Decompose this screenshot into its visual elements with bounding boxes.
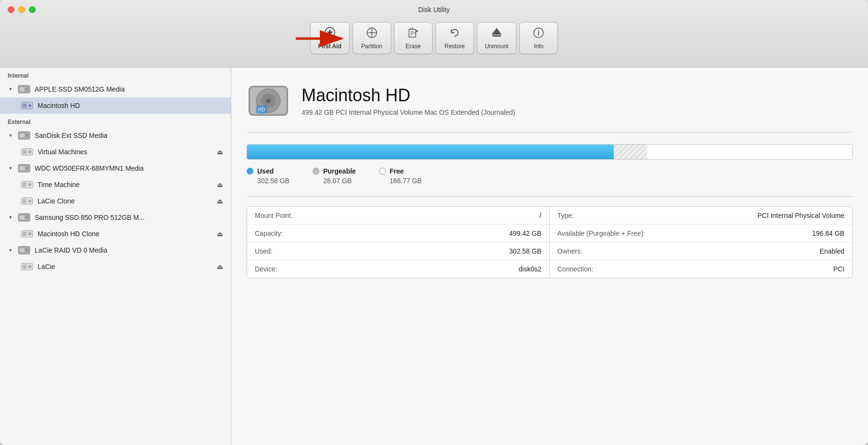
details-col-left: Mount Point: / Capacity: 499.42 GB Used:… xyxy=(247,207,550,278)
partition-button[interactable]: Partition xyxy=(353,22,391,54)
restore-button[interactable]: Restore xyxy=(435,22,474,54)
sidebar-item-apple-ssd[interactable]: APPLE SSD SM0512G Media xyxy=(0,81,231,97)
unmount-label: Unmount xyxy=(485,43,509,50)
info-button[interactable]: i Info xyxy=(519,22,558,54)
svg-point-42 xyxy=(26,249,28,252)
svg-point-21 xyxy=(26,134,28,137)
svg-point-18 xyxy=(28,104,31,107)
svg-rect-41 xyxy=(20,248,25,252)
free-label: Free xyxy=(390,167,404,175)
svg-point-36 xyxy=(26,216,28,219)
svg-rect-35 xyxy=(20,216,25,219)
eject-icon[interactable]: ⏏ xyxy=(217,263,223,270)
svg-point-50 xyxy=(266,98,271,103)
detail-row-capacity: Capacity: 499.42 GB xyxy=(247,225,549,243)
details-col-right: Type: PCI Internal Physical Volume Avail… xyxy=(550,207,852,278)
expand-icon xyxy=(8,247,13,253)
svg-point-33 xyxy=(28,200,31,202)
detail-row-available: Available (Purgeable + Free): 196.84 GB xyxy=(550,225,852,243)
sidebar-item-macintosh-hd[interactable]: Macintosh HD xyxy=(0,97,231,114)
sidebar-item-lacie-clone-vol[interactable]: LaCie Clone ⏏ xyxy=(0,193,231,209)
wdc-label: WDC WD50EFRX-68MYMN1 Media xyxy=(35,164,144,172)
external-section-header: External xyxy=(0,114,231,127)
owners-key: Owners: xyxy=(557,247,582,255)
sidebar-item-lacie-raid[interactable]: LaCie RAID VD 0 Media xyxy=(0,242,231,258)
maximize-button[interactable] xyxy=(29,6,36,13)
available-value: 196.84 GB xyxy=(812,229,844,237)
volume-icon xyxy=(20,100,34,111)
volume-description: 499.42 GB PCI Internal Physical Volume M… xyxy=(302,108,515,116)
svg-rect-29 xyxy=(23,183,26,187)
svg-rect-20 xyxy=(20,134,25,137)
first-aid-button[interactable]: First Aid xyxy=(310,22,350,54)
internal-section-header: Internal xyxy=(0,67,231,81)
connection-value: PCI xyxy=(833,265,844,273)
purgeable-dot xyxy=(313,168,319,175)
minimize-button[interactable] xyxy=(18,6,25,13)
storage-bar-purgeable xyxy=(614,145,647,159)
detail-row-device: Device: disk0s2 xyxy=(247,260,549,278)
sidebar-item-virtual-machines[interactable]: Virtual Machines ⏏ xyxy=(0,144,231,160)
lacie-label: LaCie xyxy=(38,263,55,270)
svg-rect-14 xyxy=(20,87,25,91)
titlebar: Disk Utility xyxy=(0,0,868,67)
svg-rect-10 xyxy=(492,35,501,37)
eject-icon[interactable]: ⏏ xyxy=(217,197,223,205)
sidebar-item-macintosh-hd-clone[interactable]: Macintosh HD Clone ⏏ xyxy=(0,226,231,242)
used-dot xyxy=(247,168,253,175)
disk-icon xyxy=(17,83,31,95)
eject-icon[interactable]: ⏏ xyxy=(217,181,223,189)
detail-row-mount: Mount Point: / xyxy=(247,207,549,225)
sidebar-item-sandisk[interactable]: SanDisk Ext SSD Media xyxy=(0,127,231,144)
storage-bar xyxy=(247,144,853,160)
sandisk-label: SanDisk Ext SSD Media xyxy=(35,132,107,139)
volume-hd-icon: HD xyxy=(247,79,290,122)
main-content: Internal APPLE SSD SM0512G Media xyxy=(0,67,868,445)
first-aid-icon xyxy=(324,27,336,41)
device-key: Device: xyxy=(255,265,277,273)
disk-icon xyxy=(17,244,31,256)
close-button[interactable] xyxy=(8,6,14,13)
details-table: Mount Point: / Capacity: 499.42 GB Used:… xyxy=(247,206,853,278)
sidebar-item-lacie[interactable]: LaCie ⏏ xyxy=(0,258,231,275)
sidebar-item-time-machine[interactable]: Time Machine ⏏ xyxy=(0,176,231,193)
eject-icon[interactable]: ⏏ xyxy=(217,148,223,156)
volume-icon xyxy=(20,261,34,272)
partition-label: Partition xyxy=(361,43,382,50)
svg-point-39 xyxy=(28,232,31,235)
sidebar-item-samsung[interactable]: Samsung SSD 850 PRO 512GB M... xyxy=(0,209,231,226)
detail-row-owners: Owners: Enabled xyxy=(550,243,852,260)
lacie-raid-label: LaCie RAID VD 0 Media xyxy=(35,246,107,254)
svg-rect-23 xyxy=(23,150,26,154)
storage-bar-free xyxy=(647,145,852,159)
sidebar-item-wdc[interactable]: WDC WD50EFRX-68MYMN1 Media xyxy=(0,160,231,176)
detail-row-connection: Connection: PCI xyxy=(550,260,852,278)
samsung-label: Samsung SSD 850 PRO 512GB M... xyxy=(35,214,145,221)
traffic-lights xyxy=(8,6,36,13)
eject-icon[interactable]: ⏏ xyxy=(217,230,223,238)
first-aid-label: First Aid xyxy=(318,43,342,50)
svg-point-15 xyxy=(26,88,28,91)
storage-legend: Used 302.58 GB Purgeable 28.07 GB xyxy=(247,167,853,185)
volume-header: HD Macintosh HD 499.42 GB PCI Internal P… xyxy=(247,79,853,133)
volume-icon xyxy=(20,228,34,240)
owners-value: Enabled xyxy=(820,247,844,255)
erase-button[interactable]: Erase xyxy=(394,22,433,54)
svg-rect-38 xyxy=(23,232,26,236)
volume-name: Macintosh HD xyxy=(302,85,515,106)
detail-panel: HD Macintosh HD 499.42 GB PCI Internal P… xyxy=(231,67,868,445)
expand-icon xyxy=(8,165,13,171)
virtual-machines-label: Virtual Machines xyxy=(38,148,87,156)
unmount-button[interactable]: Unmount xyxy=(477,22,517,54)
unmount-icon xyxy=(490,27,503,41)
svg-text:HD: HD xyxy=(258,107,265,112)
volume-info: Macintosh HD 499.42 GB PCI Internal Phys… xyxy=(302,85,515,116)
used-label: Used xyxy=(257,167,274,175)
capacity-value: 499.42 GB xyxy=(509,229,541,237)
info-icon: i xyxy=(532,27,545,41)
window: Disk Utility xyxy=(0,0,868,445)
restore-icon xyxy=(448,27,461,41)
erase-icon xyxy=(407,27,420,41)
macintosh-hd-label: Macintosh HD xyxy=(38,102,80,109)
legend-free: Free 168.77 GB xyxy=(379,167,422,185)
